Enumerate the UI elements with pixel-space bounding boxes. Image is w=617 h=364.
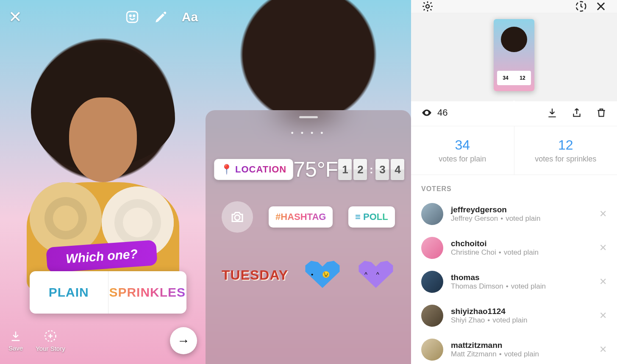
hashtag-label: #HASHTAG [275, 211, 326, 222]
sheet-drag-handle[interactable] [299, 116, 318, 118]
avatar[interactable] [421, 339, 443, 361]
photo-donut-plain [30, 182, 102, 254]
clock-sticker[interactable]: 1 2 : 3 4 [338, 159, 404, 180]
voter-row[interactable]: chchoitoiChristine Choi•voted plain✕ [411, 231, 617, 265]
save-label: Save [8, 345, 23, 352]
temperature-sticker[interactable]: 75°F [293, 157, 338, 182]
poll-sticker-option[interactable]: ≡ POLL [348, 206, 395, 228]
pin-icon: 📍 [221, 164, 233, 175]
download-icon[interactable] [547, 107, 558, 118]
remove-voter-icon[interactable]: ✕ [599, 208, 607, 220]
voter-info: chchoitoiChristine Choi•voted plain [451, 239, 592, 257]
thumb-vote-left: 34 [497, 71, 514, 85]
vote-label-plain: votes for plain [415, 155, 510, 164]
remove-voter-icon[interactable]: ✕ [599, 310, 607, 321]
close-icon[interactable]: ✕ [8, 9, 22, 25]
avatar[interactable] [421, 305, 443, 327]
vote-label-sprinkles: votes for sprinkles [519, 155, 613, 164]
poll-sticker[interactable]: PLAIN SPRINKLES [30, 271, 186, 314]
svg-point-4 [235, 215, 240, 220]
selfie-sticker[interactable] [222, 201, 253, 233]
clock-digit-3: 3 [375, 159, 389, 180]
boomerang-icon[interactable] [575, 0, 587, 13]
photo-subject-face [69, 97, 137, 182]
story-preview-region: 34 12 [411, 13, 617, 101]
voter-subtitle: Christine Choi•voted plain [451, 248, 592, 257]
draw-icon[interactable] [154, 10, 168, 24]
location-sticker[interactable]: 📍 LOCATION [214, 159, 293, 180]
view-count: 46 [437, 107, 447, 118]
voter-row[interactable]: mattzitzmannMatt Zitzmann•voted plain✕ [411, 333, 617, 364]
poll-option-right[interactable]: SPRINKLES [108, 271, 187, 314]
purple-heart-sticker[interactable]: ^ ^ [357, 258, 395, 292]
eye-icon [421, 107, 432, 118]
vote-count-plain: 34 [415, 137, 510, 153]
svg-point-2 [133, 15, 135, 16]
poll-icon: ≡ [355, 211, 361, 222]
sticker-sheet[interactable]: • • • • 📍 LOCATION 75°F 1 2 : 3 4 #HASHT… [206, 110, 411, 364]
save-button[interactable]: Save [8, 330, 23, 352]
thumb-vote-right: 12 [514, 71, 531, 85]
svg-rect-0 [127, 11, 138, 22]
avatar[interactable] [421, 237, 443, 259]
voter-username: mattzitzmann [451, 341, 592, 350]
vote-col-plain[interactable]: 34 votes for plain [411, 126, 514, 175]
poll-label: POLL [363, 211, 388, 222]
vote-count-sprinkles: 12 [519, 137, 613, 153]
remove-voter-icon[interactable]: ✕ [599, 276, 607, 287]
poll-results-panel: 34 12 46 34 votes for plain 12 votes for… [411, 0, 617, 364]
remove-voter-icon[interactable]: ✕ [599, 344, 607, 355]
settings-icon[interactable] [421, 0, 434, 13]
share-icon[interactable] [571, 107, 582, 118]
blue-heart-sticker[interactable]: • 😉 [303, 258, 342, 292]
voter-username: shiyizhao1124 [451, 307, 592, 316]
voter-info: thomasThomas Dimson•voted plain [451, 273, 592, 291]
story-thumbnail[interactable]: 34 12 [494, 19, 534, 91]
day-of-week-sticker[interactable]: TUESDAY [222, 267, 288, 283]
vote-summary: 34 votes for plain 12 votes for sprinkle… [411, 126, 617, 175]
vote-col-sprinkles[interactable]: 12 votes for sprinkles [514, 126, 617, 175]
thumbnail-caret [508, 100, 520, 106]
voter-subtitle: Thomas Dimson•voted plain [451, 282, 592, 291]
voter-info: mattzitzmannMatt Zitzmann•voted plain [451, 341, 592, 358]
avatar[interactable] [421, 271, 443, 293]
poll-option-left[interactable]: PLAIN [30, 271, 108, 314]
remove-voter-icon[interactable]: ✕ [599, 242, 607, 253]
voter-row[interactable]: jeffreydgersonJeffrey Gerson•voted plain… [411, 197, 617, 231]
arrow-right-icon: → [177, 333, 190, 348]
trash-icon[interactable] [596, 107, 607, 118]
results-header [411, 0, 617, 13]
voter-subtitle: Matt Zitzmann•voted plain [451, 350, 592, 358]
voter-info: shiyizhao1124Shiyi Zhao•voted plain [451, 307, 592, 325]
avatar[interactable] [421, 203, 443, 225]
hashtag-sticker[interactable]: #HASHTAG [269, 206, 333, 228]
your-story-button[interactable]: Your Story [36, 330, 65, 352]
download-icon [10, 330, 22, 342]
svg-point-1 [130, 15, 131, 16]
clock-digit-1: 1 [338, 159, 352, 180]
editor-top-bar: ✕ Aa [0, 0, 206, 34]
next-button[interactable]: → [170, 327, 197, 354]
voter-subtitle: Shiyi Zhao•voted plain [451, 316, 592, 325]
voter-username: chchoitoi [451, 239, 592, 248]
page-dots: • • • • [214, 129, 403, 138]
svg-point-5 [426, 5, 429, 8]
voter-info: jeffreydgersonJeffrey Gerson•voted plain [451, 205, 592, 223]
camera-icon [230, 209, 245, 225]
clock-digit-4: 4 [391, 159, 404, 180]
voter-username: jeffreydgerson [451, 205, 592, 214]
text-tool-icon[interactable]: Aa [183, 10, 197, 24]
voter-username: thomas [451, 273, 592, 282]
voter-subtitle: Jeffrey Gerson•voted plain [451, 214, 592, 223]
sticker-tray-icon[interactable] [125, 10, 139, 24]
clock-digit-2: 2 [353, 159, 367, 180]
voter-row[interactable]: thomasThomas Dimson•voted plain✕ [411, 265, 617, 299]
voters-section-label: VOTERS [411, 175, 617, 197]
location-label: LOCATION [235, 164, 286, 175]
voter-row[interactable]: shiyizhao1124Shiyi Zhao•voted plain✕ [411, 299, 617, 333]
add-to-story-icon [44, 330, 57, 342]
voters-list: jeffreydgersonJeffrey Gerson•voted plain… [411, 197, 617, 364]
close-icon[interactable] [595, 0, 607, 12]
your-story-label: Your Story [36, 345, 65, 352]
editor-bottom-bar: Save Your Story → [0, 317, 206, 364]
